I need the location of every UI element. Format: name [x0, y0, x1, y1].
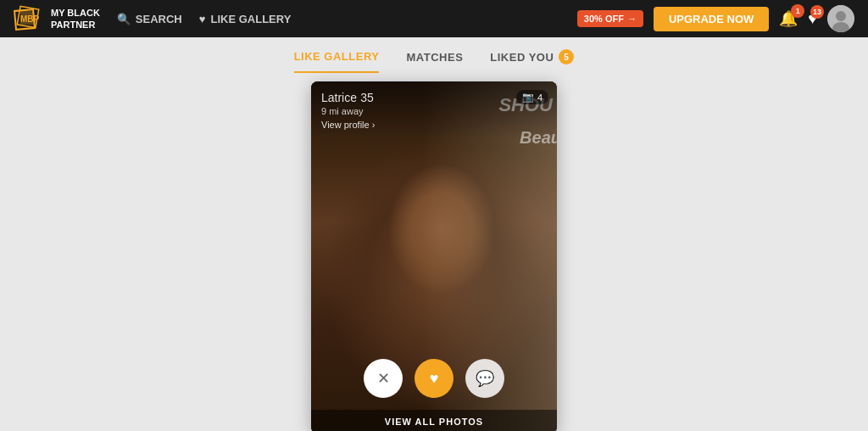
- tab-liked-you[interactable]: LIKED YOU 5: [490, 49, 574, 73]
- upgrade-button[interactable]: UPGRADE NOW: [654, 7, 769, 31]
- likes-badge: 13: [810, 5, 824, 19]
- camera-icon: 📷: [522, 92, 534, 103]
- logo-icon: MBP: [14, 3, 44, 34]
- message-icon: 💬: [476, 369, 494, 388]
- nav-like-gallery[interactable]: ♥ LIKE GALLERY: [199, 13, 292, 25]
- logo[interactable]: MBP MY BLACK PARTNER: [14, 3, 100, 34]
- notifications-badge: 1: [791, 4, 804, 18]
- view-all-photos[interactable]: VIEW ALL PHOTOS: [311, 410, 557, 431]
- search-icon: 🔍: [117, 13, 131, 25]
- logo-text: MY BLACK PARTNER: [51, 7, 100, 31]
- main-content: SHOU Beau Latrice 35 9 mi away View prof…: [0, 73, 868, 431]
- tab-matches[interactable]: MATCHES: [406, 49, 463, 73]
- header-right: 30% OFF → UPGRADE NOW 🔔 1 ♥ 13: [577, 5, 854, 32]
- liked-you-count: 5: [559, 49, 574, 64]
- message-button[interactable]: 💬: [465, 359, 504, 398]
- tab-like-gallery[interactable]: LIKE GALLERY: [294, 49, 380, 73]
- like-icon: ♥: [430, 370, 439, 388]
- profile-card: SHOU Beau Latrice 35 9 mi away View prof…: [311, 81, 557, 431]
- heart-nav-icon: ♥: [199, 13, 206, 25]
- nav-search[interactable]: 🔍 SEARCH: [117, 13, 182, 25]
- arrow-icon: →: [627, 14, 637, 24]
- reject-button[interactable]: ✕: [364, 359, 403, 398]
- header: MBP MY BLACK PARTNER 🔍 SEARCH ♥ LIKE GAL…: [0, 0, 868, 37]
- tabs: LIKE GALLERY MATCHES LIKED YOU 5: [0, 37, 868, 73]
- chevron-right-icon: ›: [372, 120, 376, 130]
- user-avatar[interactable]: [827, 5, 854, 32]
- notifications-button[interactable]: 🔔 1: [779, 9, 798, 28]
- action-buttons: ✕ ♥ 💬: [364, 359, 504, 398]
- profile-view-link[interactable]: View profile ›: [321, 120, 547, 130]
- likes-button[interactable]: ♥ 13: [808, 10, 817, 28]
- reject-icon: ✕: [377, 369, 390, 388]
- profile-distance: 9 mi away: [321, 106, 547, 116]
- svg-text:MBP: MBP: [20, 14, 40, 24]
- header-left: MBP MY BLACK PARTNER 🔍 SEARCH ♥ LIKE GAL…: [14, 3, 291, 34]
- photo-count-badge: 📷 4: [516, 90, 548, 104]
- like-button[interactable]: ♥: [415, 359, 453, 398]
- profile-name-age: Latrice 35: [321, 90, 547, 104]
- discount-badge: 30% OFF →: [577, 10, 643, 27]
- svg-point-5: [836, 11, 846, 21]
